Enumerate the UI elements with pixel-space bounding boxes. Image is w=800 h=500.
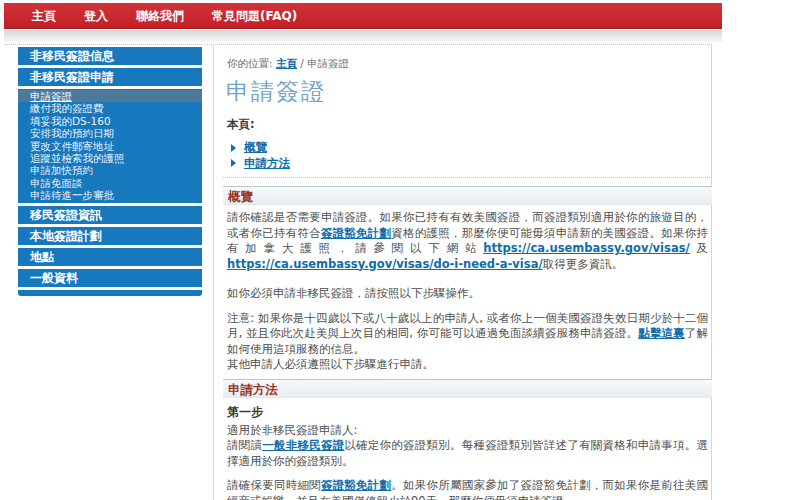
text-run: 其他申請人必須遵照以下步驟進行申請。 [227,357,434,371]
page: 主頁 登入 聯絡我們 常見問題(FAQ) 非移民簽證信息 非移民簽證申請 申請簽… [0,0,800,500]
section-header-how-to-apply: 申請方法 [223,379,712,398]
sidebar-subitem-change-address[interactable]: 更改文件郵寄地址 [18,140,202,152]
visa-waiver-program-link[interactable]: 簽證豁免計劃 [321,478,391,492]
nav-item-home[interactable]: 主頁 [18,3,70,29]
nav-item-faq[interactable]: 常見問題(FAQ) [198,3,311,29]
sidebar-menu: 非移民簽證信息 非移民簽證申請 申請簽證 繳付我的簽證費 填妥我的DS-160 … [18,47,202,296]
dotted-divider [223,177,712,178]
sidebar-item-niv-info[interactable]: 非移民簽證信息 [18,47,202,65]
sidebar-item-niv-apply[interactable]: 非移民簽證申請 [18,68,202,86]
sidebar-subitem-further-review[interactable]: 申請待進一步審批 [18,189,202,201]
sidebar-footer-bar [18,290,202,296]
sidebar-subitem-track-passport[interactable]: 追蹤並檢索我的護照 [18,152,202,164]
click-here-link[interactable]: 點擊這裏 [638,326,685,340]
sidebar-subitem-ds160[interactable]: 填妥我的DS-160 [18,115,202,127]
visa-waiver-program-link[interactable]: 簽證豁免計劃 [321,226,391,240]
sidebar-item-general-info[interactable]: 一般資料 [18,269,202,287]
onpage-link-row: 概覽 [231,140,712,156]
onpage-link-row: 申請方法 [231,156,712,172]
sidebar-item-locations[interactable]: 地點 [18,248,202,266]
text-run: 請確保要同時細閱 [227,478,321,492]
step1-paragraph-1: 請閱讀一般非移民簽證以確定你的簽證類別。每種簽證類別皆詳述了有關資格和申請事項。… [223,438,712,469]
breadcrumb-current: 申請簽證 [307,57,349,69]
sidebar-subitem-schedule[interactable]: 安排我的預約日期 [18,127,202,139]
sidebar-content-divider [213,45,214,500]
step1-title: 第一步 [223,404,712,421]
sidebar-subitem-apply-visa[interactable]: 申請簽證 [18,90,202,102]
do-i-need-a-visa-url-link[interactable]: https://ca.usembassy.gov/visas/do-i-need… [227,257,543,271]
general-niv-link[interactable]: 一般非移民簽證 [262,438,344,452]
breadcrumb-separator: / [297,57,307,69]
overview-paragraph-1: 請你確認是否需要申請簽證。如果你已持有有效美國簽證，而簽證類別適用於你的旅遊目的… [223,210,712,272]
text-run: 注意: 如果你是十四歲以下或八十歲以上的申請人, 或者你上一個美國簽證失效日期少… [227,311,708,341]
sidebar-submenu: 申請簽證 繳付我的簽證費 填妥我的DS-160 安排我的預約日期 更改文件郵寄地… [18,89,202,203]
section-header-overview: 概覽 [223,186,712,205]
overview-paragraph-2: 如你必須申請非移民簽證，請按照以下步驟操作。 [223,286,712,302]
header-gradient-strip [4,30,722,42]
nav-item-login[interactable]: 登入 [70,3,122,29]
breadcrumb-prefix: 你的位置: [227,57,273,69]
on-this-page-label: 本頁: [223,117,712,132]
arrow-bullet-icon [231,159,236,167]
step1-intro: 適用於非移民簽證申請人: [223,423,712,439]
top-navbar: 主頁 登入 聯絡我們 常見問題(FAQ) [4,3,722,29]
text-run: 請閱讀 [227,438,262,452]
breadcrumb-home-link[interactable]: 主頁 [276,57,297,69]
page-title: 申請簽證 [223,76,712,107]
text-run: 及 [690,241,708,255]
arrow-bullet-icon [231,144,236,152]
sidebar-subitem-interview-waiver[interactable]: 申請免面談 [18,177,202,189]
main-content: 你的位置: 主頁 / 申請簽證 申請簽證 本頁: 概覽 申請方法 概覽 請你確認… [223,44,712,500]
embassy-visas-url-link[interactable]: https://ca.usembassy.gov/visas/ [483,241,689,255]
sidebar-item-local-programs[interactable]: 本地簽證計劃 [18,227,202,245]
sidebar-item-iv-info[interactable]: 移民簽證資訊 [18,206,202,224]
onpage-link-overview[interactable]: 概覽 [244,140,267,156]
nav-item-contact[interactable]: 聯絡我們 [122,3,198,29]
on-this-page-links: 概覽 申請方法 [223,140,712,171]
text-run: 取得更多資訊。 [543,257,624,271]
overview-note-paragraph: 注意: 如果你是十四歲以下或八十歲以上的申請人, 或者你上一個美國簽證失效日期少… [223,311,712,373]
sidebar-subitem-expedite[interactable]: 申請加快預約 [18,164,202,176]
step1-paragraph-2: 請確保要同時細閱簽證豁免計劃。如果你所屬國家參加了簽證豁免計劃，而如果你是前往美… [223,478,712,500]
sidebar-subitem-pay-fee[interactable]: 繳付我的簽證費 [18,102,202,114]
onpage-link-how-to-apply[interactable]: 申請方法 [244,156,290,172]
breadcrumb: 你的位置: 主頁 / 申請簽證 [223,57,712,71]
